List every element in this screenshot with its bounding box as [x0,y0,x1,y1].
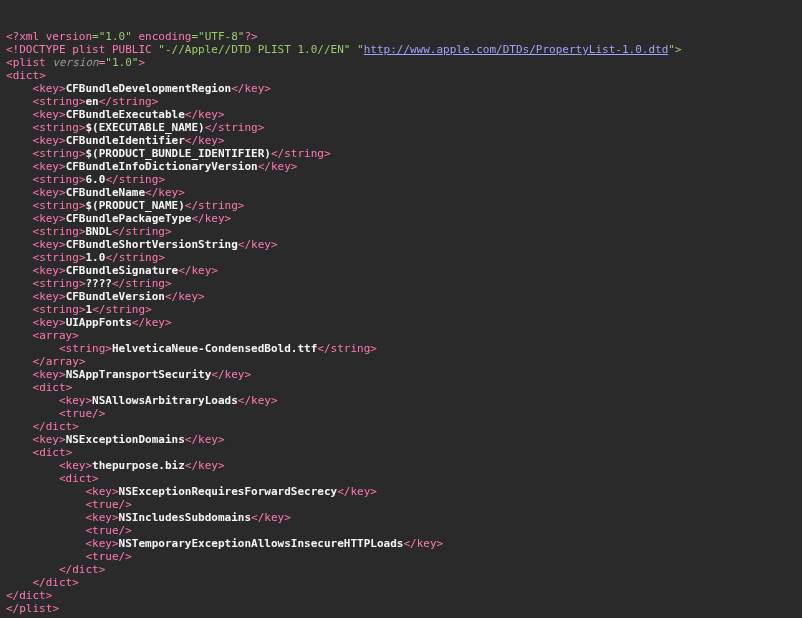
code-view: <?xml version="1.0" encoding="UTF-8"?> <… [6,30,682,615]
